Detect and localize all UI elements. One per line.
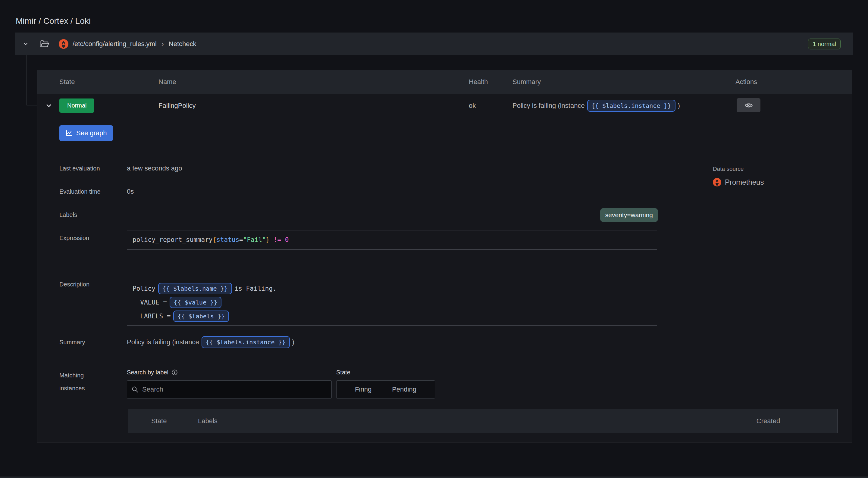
description-label: Description [59, 281, 90, 288]
page-title: Mimir / Cortex / Loki [16, 15, 91, 27]
column-header-state: State [59, 70, 75, 94]
matching-instances-label: Matching instances [59, 369, 98, 395]
expression-comparison: != 0 [270, 236, 289, 243]
search-by-label-row: Search by label [127, 369, 178, 376]
expression-equals: = [239, 236, 243, 243]
datasource-row: Prometheus [713, 178, 764, 186]
evaluation-time-label: Evaluation time [59, 188, 101, 195]
state-filter-group: Firing Pending [336, 380, 435, 399]
last-evaluation-value: a few seconds ago [127, 164, 182, 172]
column-header-name: Name [158, 70, 176, 94]
summary-suffix: ) [292, 338, 294, 346]
next-group-edge [0, 477, 868, 478]
expression-label-name: status [216, 236, 239, 243]
description-text: is Failing. [235, 285, 277, 292]
rule-summary-suffix: ) [678, 102, 680, 109]
view-rule-button[interactable] [737, 98, 761, 113]
description-line: LABELS = {{ $labels }} [132, 309, 651, 323]
divider [59, 149, 831, 149]
evaluation-time-value: 0s [127, 188, 134, 195]
description-text: VALUE = [132, 299, 167, 306]
search-input-wrapper [127, 380, 332, 399]
search-input[interactable] [142, 385, 327, 393]
expression-brace-close: } [266, 236, 270, 243]
expression-brace-open: { [213, 236, 217, 243]
summary-label: Summary [59, 339, 85, 346]
folder-icon [40, 40, 49, 48]
description-text: LABELS = [132, 313, 170, 320]
expression-metric: policy_report_summary [132, 236, 213, 243]
search-icon [131, 386, 138, 393]
template-pill: {{ $labels.instance }} [202, 336, 290, 348]
expression-label: Expression [59, 235, 89, 242]
datasource-label: Data source [713, 166, 744, 172]
rule-name: FailingPolicy [158, 94, 196, 118]
rule-row: Normal FailingPolicy ok Policy is failin… [37, 94, 852, 118]
column-header-health: Health [469, 70, 488, 94]
state-filter-label: State [336, 369, 350, 376]
rules-panel: State Name Health Summary Actions Normal… [37, 70, 852, 442]
template-pill: {{ $labels.instance }} [587, 100, 676, 112]
instances-column-state: State [151, 409, 166, 433]
state-filter-firing[interactable]: Firing [345, 381, 382, 398]
description-text: Policy [132, 285, 155, 292]
rule-summary: Policy is failing (instance {{ $labels.i… [513, 94, 680, 118]
instances-table-header: State Labels Created [128, 409, 838, 433]
summary-text: Policy is failing (instance [127, 338, 199, 346]
collapse-row-chevron-icon[interactable] [45, 102, 53, 109]
group-file-path: /etc/config/alerting_rules.yml [72, 40, 157, 48]
labels-label: Labels [59, 212, 77, 218]
prometheus-icon [59, 39, 68, 49]
description-line: VALUE = {{ $value }} [132, 295, 651, 309]
state-filter-pending[interactable]: Pending [382, 381, 427, 398]
rule-summary-text: Policy is failing (instance [513, 102, 585, 109]
eye-icon [744, 101, 753, 109]
rule-state-badge: Normal [59, 98, 94, 113]
group-name: Netcheck [169, 40, 196, 48]
severity-label-badge: severity=warning [600, 208, 658, 222]
template-pill: {{ $labels.name }} [158, 283, 232, 294]
template-pill: {{ $value }} [169, 297, 222, 308]
description-box: Policy {{ $labels.name }} is Failing. VA… [127, 279, 657, 326]
see-graph-button[interactable]: See graph [59, 125, 113, 141]
template-pill: {{ $labels }} [173, 311, 229, 322]
instances-column-created: Created [756, 409, 780, 433]
rule-health: ok [469, 94, 476, 118]
breadcrumb-separator-icon: › [161, 40, 164, 48]
rule-group-header[interactable]: /etc/config/alerting_rules.yml › Netchec… [15, 33, 853, 55]
datasource-name: Prometheus [725, 178, 764, 186]
group-tree-connector [27, 55, 37, 105]
info-icon[interactable] [172, 369, 178, 376]
instances-column-labels: Labels [198, 409, 218, 433]
description-line: Policy {{ $labels.name }} is Failing. [132, 282, 651, 295]
chart-line-icon [65, 129, 72, 137]
search-by-label-label: Search by label [127, 369, 168, 376]
see-graph-label: See graph [76, 129, 107, 137]
column-header-summary: Summary [513, 70, 541, 94]
prometheus-icon [713, 178, 721, 186]
column-header-actions: Actions [736, 70, 757, 94]
rules-table-header: State Name Health Summary Actions [37, 70, 852, 94]
last-evaluation-label: Last evaluation [59, 165, 100, 172]
summary-value: Policy is failing (instance {{ $labels.i… [127, 335, 294, 349]
group-status-badge: 1 normal [808, 38, 841, 50]
expression-box: policy_report_summary{status="Fail"} != … [127, 230, 657, 250]
chevron-down-icon[interactable] [23, 41, 29, 47]
expression-string: "Fail" [243, 236, 266, 243]
